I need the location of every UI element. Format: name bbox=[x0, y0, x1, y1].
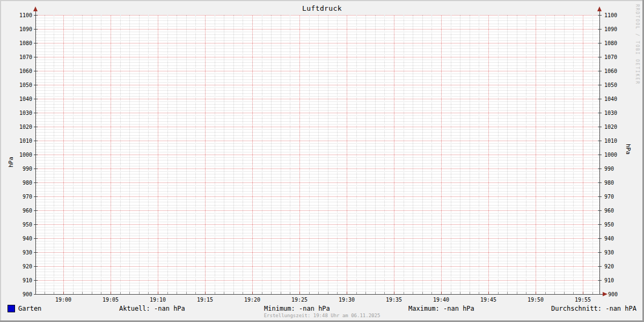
y-axis-tick-left bbox=[34, 99, 38, 99]
stat-durchschnitt: Durchschnitt: -nan hPA bbox=[551, 305, 636, 313]
y-tick-label-right: 970 bbox=[604, 194, 627, 200]
grid-line-major-v bbox=[158, 15, 158, 294]
series-name: Garten bbox=[18, 305, 41, 312]
y-tick-label-left: 1100 bbox=[10, 12, 32, 18]
y-tick-label-right: 1050 bbox=[604, 82, 627, 88]
grid-line-major-v bbox=[252, 15, 253, 294]
y-tick-label-right: 900 bbox=[608, 291, 631, 297]
y-axis-tick-left bbox=[34, 127, 38, 127]
y-axis-tick-right bbox=[598, 238, 602, 239]
grid-line-minor-v bbox=[262, 15, 262, 294]
grid-line-minor-v bbox=[460, 15, 460, 294]
legend: Garten bbox=[8, 304, 41, 313]
x-tick-label: 19:05 bbox=[94, 297, 127, 303]
grid-line-major-v bbox=[583, 15, 583, 294]
y-axis-tick-right bbox=[598, 99, 602, 99]
grid-line-minor-v bbox=[73, 15, 74, 294]
y-axis-tick-right bbox=[598, 141, 602, 141]
y-tick-label-left: 970 bbox=[10, 194, 32, 200]
y-axis-arrow-right bbox=[597, 6, 602, 11]
y-tick-label-right: 920 bbox=[604, 264, 627, 269]
grid-line-minor-v bbox=[328, 15, 328, 294]
x-tick-label: 19:45 bbox=[472, 297, 504, 303]
grid-line-minor-v bbox=[404, 15, 404, 294]
y-axis-tick-right bbox=[598, 182, 602, 183]
creation-timestamp: Erstellungszeit: 19:48 Uhr am 06.11.2025 bbox=[0, 313, 644, 318]
y-axis-tick-left bbox=[34, 182, 38, 183]
grid-line-minor-v bbox=[507, 15, 508, 294]
y-tick-label-right: 1040 bbox=[604, 96, 627, 102]
y-tick-label-right: 1000 bbox=[604, 152, 627, 158]
y-tick-label-right: 1020 bbox=[604, 124, 627, 130]
y-axis-tick-left bbox=[34, 113, 38, 113]
y-tick-label-right: 1030 bbox=[604, 110, 627, 116]
stat-maximum: Maximum: -nan hPa bbox=[408, 305, 474, 313]
y-axis-tick-left bbox=[34, 196, 38, 197]
y-axis-tick-left bbox=[34, 141, 38, 141]
frame-bevel-top bbox=[0, 0, 644, 1]
stat-minimum: Minimum: -nan hPa bbox=[264, 305, 330, 313]
y-tick-label-right: 1090 bbox=[604, 26, 627, 32]
x-axis-arrow bbox=[603, 292, 608, 296]
y-tick-label-right: 1100 bbox=[604, 12, 627, 18]
grid-line-minor-v bbox=[413, 15, 413, 294]
y-tick-label-left: 950 bbox=[10, 222, 32, 228]
frame-bevel-left bbox=[0, 0, 1, 322]
y-axis-tick-right bbox=[598, 155, 602, 155]
grid-line-minor-v bbox=[101, 15, 101, 294]
y-axis-tick-right bbox=[598, 43, 602, 43]
y-tick-label-right: 940 bbox=[604, 236, 627, 241]
grid-line-minor-v bbox=[573, 15, 574, 294]
y-tick-label-left: 1030 bbox=[10, 110, 32, 116]
y-tick-label-right: 930 bbox=[604, 250, 627, 255]
grid-line-minor-v bbox=[365, 15, 366, 294]
y-axis-tick-left bbox=[34, 155, 38, 155]
grid-line-minor-v bbox=[224, 15, 224, 294]
x-axis-line bbox=[35, 294, 603, 295]
y-axis-tick-right bbox=[598, 15, 602, 16]
y-axis-tick-right bbox=[598, 29, 602, 30]
grid-line-major-v bbox=[441, 15, 442, 294]
y-tick-label-left: 1090 bbox=[10, 26, 32, 32]
y-axis-tick-left bbox=[34, 294, 38, 295]
y-tick-label-right: 1070 bbox=[604, 54, 627, 60]
grid-line-major-v bbox=[347, 15, 347, 294]
y-axis-tick-left bbox=[34, 71, 38, 71]
y-axis-tick-right bbox=[598, 280, 602, 281]
y-axis-tick-left bbox=[34, 85, 38, 85]
grid-line-minor-v bbox=[564, 15, 565, 294]
x-tick-label: 19:10 bbox=[142, 297, 174, 303]
grid-line-minor-v bbox=[148, 15, 149, 294]
grid-line-major-v bbox=[488, 15, 489, 294]
y-tick-label-right: 980 bbox=[604, 180, 627, 186]
y-axis-tick-right bbox=[598, 127, 602, 127]
y-axis-tick-right bbox=[598, 266, 602, 267]
series-color-swatch bbox=[8, 305, 15, 312]
grid-line-minor-v bbox=[356, 15, 357, 294]
grid-line-minor-v bbox=[195, 15, 196, 294]
rrdtool-graph: Luftdruck RRDTOOL / TOBI OETIKER hPa hPa… bbox=[0, 0, 644, 322]
grid-line-minor-v bbox=[120, 15, 121, 294]
grid-line-minor-v bbox=[82, 15, 83, 294]
stat-aktuell: Aktuell: -nan hPa bbox=[119, 305, 185, 313]
grid-line-minor-v bbox=[186, 15, 187, 294]
y-tick-label-left: 1080 bbox=[10, 40, 32, 46]
y-tick-label-left: 1060 bbox=[10, 68, 32, 74]
grid-line-major-v bbox=[111, 15, 111, 294]
y-tick-label-left: 980 bbox=[10, 180, 32, 186]
y-axis-tick-left bbox=[34, 238, 38, 239]
y-tick-label-left: 1070 bbox=[10, 54, 32, 60]
y-axis-tick-right bbox=[598, 210, 602, 211]
grid-line-minor-v bbox=[177, 15, 177, 294]
x-tick-label: 19:20 bbox=[236, 297, 268, 303]
y-tick-label-left: 1010 bbox=[10, 138, 32, 144]
y-axis-arrow-left bbox=[33, 6, 38, 11]
y-tick-label-left: 1000 bbox=[10, 152, 32, 158]
grid-line-minor-v bbox=[233, 15, 234, 294]
grid-line-minor-v bbox=[517, 15, 517, 294]
grid-line-major-v bbox=[63, 15, 64, 294]
grid-line-minor-v bbox=[318, 15, 319, 294]
grid-line-minor-v bbox=[215, 15, 215, 294]
y-axis-tick-left bbox=[34, 29, 38, 30]
y-tick-label-left: 940 bbox=[10, 236, 32, 241]
